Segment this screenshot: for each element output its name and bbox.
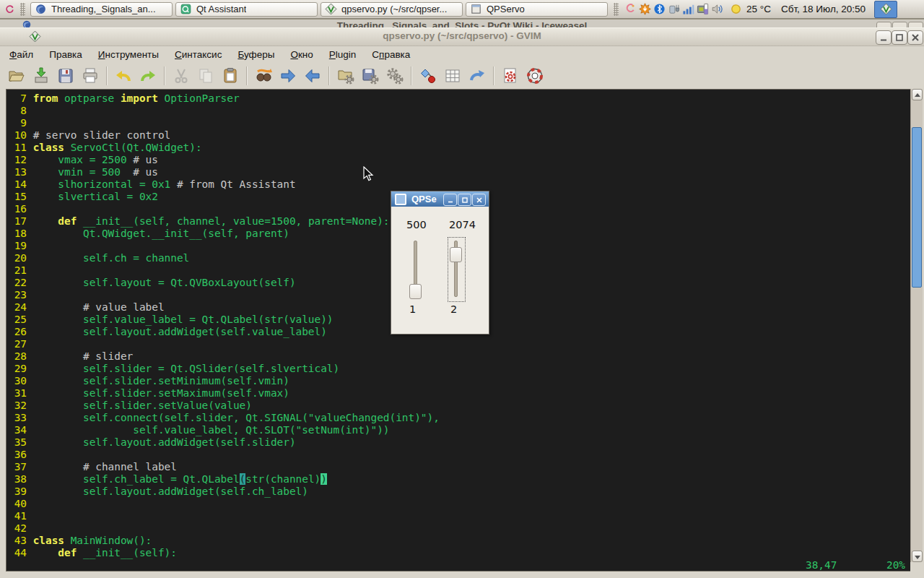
weather-widget[interactable]: 25 °C — [729, 3, 771, 16]
temperature-label: 25 °C — [746, 4, 771, 14]
qpservo-minimize-button[interactable] — [443, 194, 457, 206]
print-button[interactable] — [81, 66, 100, 85]
vertical-scrollbar[interactable] — [910, 89, 923, 562]
close-button[interactable] — [907, 30, 923, 45]
find-prev-button[interactable] — [303, 66, 322, 85]
menu-буферы[interactable]: Буферы — [230, 47, 282, 62]
taskbar-window-label: Threading,_Signals_an... — [51, 4, 156, 14]
slider2-channel-label: 2 — [450, 303, 457, 315]
minimize-button[interactable] — [876, 30, 892, 45]
slider1-handle[interactable] — [409, 284, 422, 299]
taskbar-window-button[interactable]: qpservo.py (~/src/qpser... — [321, 2, 463, 17]
desktop-screen: Threading,_Signals_an...Qt Assistantqpse… — [0, 0, 924, 578]
save-button[interactable] — [32, 66, 51, 85]
window-list: Threading,_Signals_an...Qt Assistantqpse… — [27, 2, 608, 17]
find-next-button[interactable] — [279, 66, 297, 85]
mouse-cursor — [363, 166, 375, 182]
vim-icon — [880, 3, 892, 15]
toolbar-separator — [493, 66, 494, 85]
taskbar: Threading,_Signals_an...Qt Assistantqpse… — [0, 0, 924, 19]
slider1-value-label: 500 — [406, 219, 427, 230]
help-find-button[interactable] — [501, 66, 520, 85]
copy-button[interactable] — [196, 66, 215, 85]
toolbar-separator — [164, 66, 165, 85]
taskbar-window-label: qpservo.py (~/src/qpser... — [341, 4, 447, 14]
open-button[interactable] — [7, 66, 26, 85]
menubar: ФайлПравкаИнструментыСинтаксисБуферыОкно… — [1, 46, 418, 63]
iceweasel-icon — [35, 3, 47, 15]
build-tags-button[interactable] — [443, 66, 462, 85]
qpservo-window-icon — [395, 194, 406, 205]
code-buffer: 7 from optparse import OptionParser 8 9 … — [8, 92, 440, 559]
scrollbar-thumb[interactable] — [912, 127, 922, 288]
scroll-up-button[interactable] — [912, 89, 923, 100]
cut-button[interactable] — [172, 66, 191, 85]
qpservo-window: QPSe 500 2074 1 2 — [391, 191, 489, 335]
slider1-channel-label: 1 — [409, 303, 416, 315]
menu-файл[interactable]: Файл — [1, 47, 41, 62]
save-session-button[interactable] — [361, 66, 380, 85]
slider2-value-label: 2074 — [449, 219, 476, 230]
undo-button[interactable] — [114, 66, 133, 85]
menu-инструменты[interactable]: Инструменты — [90, 47, 167, 62]
scroll-down-button[interactable] — [912, 551, 923, 562]
qt-assistant-icon — [180, 3, 192, 15]
qpservo-window-title: QPSe — [411, 194, 437, 204]
gvim-titlebar[interactable]: qpservo.py (~/src/qpservo) - GVIM — [0, 28, 924, 46]
find-replace-button[interactable] — [254, 66, 273, 85]
paste-button[interactable] — [221, 66, 240, 85]
weather-sun-icon — [730, 3, 743, 16]
taskbar-window-button[interactable]: Threading,_Signals_an... — [30, 2, 173, 17]
taskbar-grip — [20, 3, 25, 16]
menu-справка[interactable]: Справка — [364, 47, 418, 62]
scroll-percent-label: 20% — [886, 559, 905, 571]
menu-правка[interactable]: Правка — [41, 47, 90, 62]
toolbar-separator — [328, 66, 330, 85]
window-icon — [470, 3, 482, 15]
qpservo-close-button[interactable] — [472, 194, 486, 206]
power-plug-icon[interactable] — [668, 3, 681, 16]
taskbar-window-label: QPServo — [487, 4, 525, 14]
menu-plugin[interactable]: Plugin — [321, 47, 365, 62]
taskbar-window-button[interactable]: QPServo — [466, 2, 608, 17]
clock[interactable]: Сбт, 18 Июл, 20:50 — [781, 4, 866, 14]
bluetooth-icon[interactable] — [653, 3, 666, 16]
qpservo-maximize-button[interactable] — [458, 194, 471, 206]
help-button[interactable] — [526, 66, 544, 85]
load-session-button[interactable] — [336, 66, 355, 85]
memory-icon[interactable] — [697, 3, 710, 16]
volume-icon[interactable] — [711, 3, 724, 16]
jump-tag-button[interactable] — [468, 66, 487, 85]
taskbar-window-label: Qt Assistant — [196, 4, 246, 14]
vim-icon — [325, 3, 337, 15]
gvim-window-title: qpservo.py (~/src/qpservo) - GVIM — [0, 30, 924, 41]
taskbar-window-button[interactable]: Qt Assistant — [175, 2, 318, 17]
toolbar-separator — [411, 66, 412, 85]
signal-bars-icon[interactable] — [682, 3, 695, 16]
menu-окно[interactable]: Окно — [282, 47, 321, 62]
notifier-icon[interactable] — [624, 3, 637, 16]
tray-grip — [614, 3, 619, 16]
system-tray — [624, 3, 725, 16]
redo-button[interactable] — [139, 66, 157, 85]
save-all-button[interactable] — [56, 66, 75, 85]
toolbar-separator — [106, 66, 108, 85]
maximize-button[interactable] — [892, 30, 907, 45]
menu-синтаксис[interactable]: Синтаксис — [167, 47, 230, 62]
update-star-icon[interactable] — [639, 3, 652, 16]
run-script-button[interactable] — [385, 66, 404, 85]
debian-menu-icon[interactable] — [2, 1, 18, 17]
make-button[interactable] — [419, 66, 437, 85]
cursor-position-ruler: 38,47 — [806, 559, 837, 571]
slider2-handle[interactable] — [450, 247, 462, 262]
pager-active-window[interactable] — [874, 1, 897, 18]
debian-icon — [4, 3, 17, 16]
toolbar-separator — [246, 66, 248, 85]
toolbar — [4, 63, 547, 89]
